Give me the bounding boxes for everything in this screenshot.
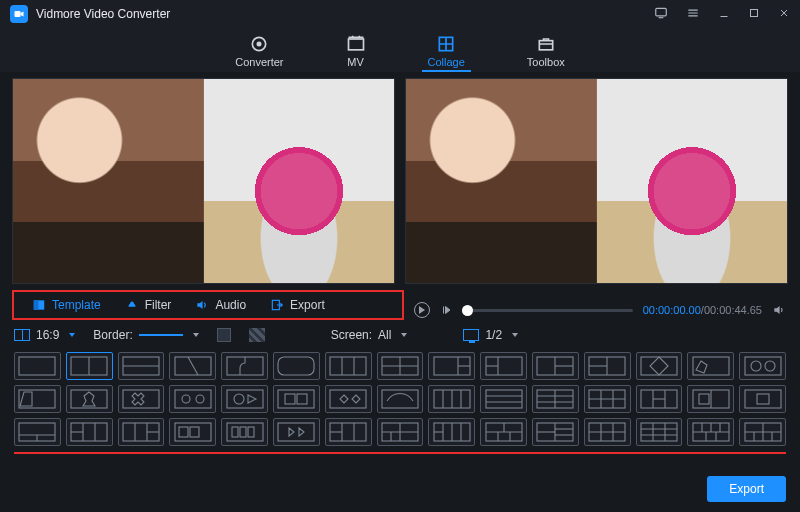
svg-rect-44 bbox=[19, 390, 55, 408]
template-thumb[interactable] bbox=[14, 385, 61, 413]
preview-panel[interactable] bbox=[405, 78, 788, 284]
template-thumb[interactable] bbox=[480, 352, 527, 380]
template-thumb[interactable] bbox=[636, 385, 683, 413]
svg-rect-20 bbox=[278, 357, 314, 375]
template-thumb[interactable] bbox=[428, 352, 475, 380]
aspect-ratio-select[interactable]: 16:9 bbox=[14, 328, 75, 342]
template-thumb[interactable] bbox=[687, 418, 734, 446]
template-thumb[interactable] bbox=[325, 385, 372, 413]
nav-mv[interactable]: MV bbox=[346, 34, 366, 72]
nav-converter[interactable]: Converter bbox=[235, 34, 283, 72]
template-thumb[interactable] bbox=[169, 418, 216, 446]
app-title: Vidmore Video Converter bbox=[36, 7, 654, 21]
template-thumb[interactable] bbox=[480, 418, 527, 446]
template-thumb[interactable] bbox=[325, 352, 372, 380]
svg-rect-50 bbox=[227, 390, 263, 408]
main-nav: Converter MV Collage Toolbox bbox=[0, 28, 800, 72]
template-thumb[interactable] bbox=[480, 385, 527, 413]
monitor-icon bbox=[463, 329, 479, 341]
template-thumb[interactable] bbox=[739, 385, 786, 413]
template-thumb[interactable] bbox=[687, 352, 734, 380]
svg-rect-92 bbox=[175, 423, 211, 441]
svg-rect-80 bbox=[757, 394, 769, 404]
audio-icon bbox=[195, 298, 209, 312]
svg-rect-21 bbox=[330, 357, 366, 375]
template-thumb[interactable] bbox=[377, 418, 424, 446]
tab-filter[interactable]: Filter bbox=[113, 295, 184, 315]
toolbox-icon bbox=[536, 34, 556, 54]
template-thumb[interactable] bbox=[118, 385, 165, 413]
template-thumb[interactable] bbox=[377, 385, 424, 413]
tab-audio[interactable]: Audio bbox=[183, 295, 258, 315]
template-thumb[interactable] bbox=[66, 352, 113, 380]
collage-slot-left[interactable] bbox=[13, 79, 204, 283]
template-thumb[interactable] bbox=[428, 385, 475, 413]
template-thumb[interactable] bbox=[428, 418, 475, 446]
border-color[interactable] bbox=[217, 328, 231, 342]
collage-editor-panel[interactable] bbox=[12, 78, 395, 284]
template-thumb[interactable] bbox=[66, 385, 113, 413]
svg-rect-0 bbox=[15, 11, 21, 17]
screen-select[interactable]: Screen: All bbox=[331, 328, 408, 342]
maximize-icon[interactable] bbox=[748, 7, 760, 22]
template-thumb[interactable] bbox=[66, 418, 113, 446]
svg-rect-78 bbox=[699, 394, 709, 404]
template-thumb[interactable] bbox=[221, 352, 268, 380]
template-thumb[interactable] bbox=[273, 352, 320, 380]
step-icon[interactable] bbox=[440, 304, 452, 316]
template-thumb[interactable] bbox=[169, 352, 216, 380]
volume-icon[interactable] bbox=[772, 303, 786, 317]
app-logo bbox=[10, 5, 28, 23]
close-icon[interactable] bbox=[778, 7, 790, 22]
template-thumb[interactable] bbox=[584, 418, 631, 446]
template-thumb[interactable] bbox=[14, 352, 61, 380]
svg-point-43 bbox=[765, 361, 775, 371]
template-thumb[interactable] bbox=[532, 418, 579, 446]
template-thumb[interactable] bbox=[739, 352, 786, 380]
template-thumb[interactable] bbox=[739, 418, 786, 446]
screen-count-select[interactable]: 1/2 bbox=[463, 328, 518, 342]
border-select[interactable]: Border: bbox=[93, 328, 198, 342]
tab-template[interactable]: Template bbox=[20, 295, 113, 315]
tab-export[interactable]: Export bbox=[258, 295, 337, 315]
template-thumb[interactable] bbox=[14, 418, 61, 446]
border-pattern[interactable] bbox=[249, 328, 265, 342]
template-thumb[interactable] bbox=[636, 418, 683, 446]
preview-slot-left bbox=[406, 79, 597, 283]
collage-icon bbox=[436, 34, 456, 54]
svg-rect-39 bbox=[641, 357, 677, 375]
template-thumb[interactable] bbox=[221, 385, 268, 413]
template-thumb[interactable] bbox=[584, 385, 631, 413]
template-thumb[interactable] bbox=[584, 352, 631, 380]
template-thumb[interactable] bbox=[221, 418, 268, 446]
svg-point-10 bbox=[130, 302, 134, 306]
template-thumb[interactable] bbox=[377, 352, 424, 380]
template-thumb[interactable] bbox=[636, 352, 683, 380]
nav-collage[interactable]: Collage bbox=[428, 34, 465, 72]
play-button[interactable] bbox=[414, 302, 430, 318]
template-thumb[interactable] bbox=[273, 385, 320, 413]
template-thumb[interactable] bbox=[325, 418, 372, 446]
svg-point-48 bbox=[182, 395, 190, 403]
template-thumb[interactable] bbox=[118, 418, 165, 446]
preview-player: 00:00:00.00/00:00:44.65 bbox=[414, 300, 786, 320]
template-thumb[interactable] bbox=[532, 352, 579, 380]
template-thumb[interactable] bbox=[118, 352, 165, 380]
border-line-icon bbox=[139, 334, 183, 336]
feedback-icon[interactable] bbox=[654, 6, 668, 23]
nav-toolbox[interactable]: Toolbox bbox=[527, 34, 565, 72]
export-icon bbox=[270, 298, 284, 312]
template-thumb[interactable] bbox=[532, 385, 579, 413]
template-thumb[interactable] bbox=[687, 385, 734, 413]
svg-rect-7 bbox=[539, 41, 552, 50]
template-thumb[interactable] bbox=[273, 418, 320, 446]
template-grid bbox=[0, 352, 800, 446]
collage-slot-right[interactable] bbox=[204, 79, 394, 283]
seek-track[interactable] bbox=[462, 309, 633, 312]
menu-icon[interactable] bbox=[686, 6, 700, 23]
template-thumb[interactable] bbox=[169, 385, 216, 413]
minimize-icon[interactable] bbox=[718, 7, 730, 22]
export-button[interactable]: Export bbox=[707, 476, 786, 502]
svg-rect-54 bbox=[297, 394, 307, 404]
svg-rect-2 bbox=[751, 9, 758, 16]
